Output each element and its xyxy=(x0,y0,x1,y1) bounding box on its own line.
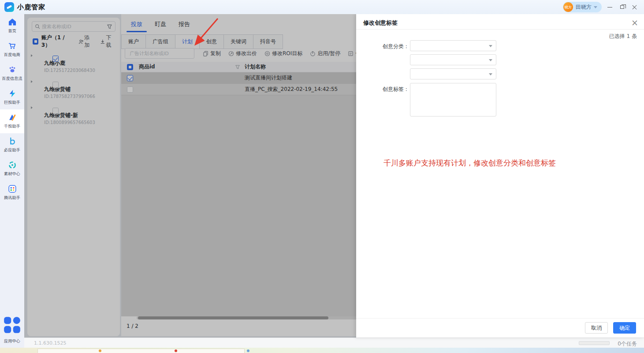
task-count: 0个任务 xyxy=(618,340,637,348)
drawer-close-button[interactable]: × xyxy=(629,17,640,28)
creative-category-select-2[interactable] xyxy=(410,54,496,65)
download-label: 下载 xyxy=(106,34,115,49)
account-search-input[interactable] xyxy=(42,24,107,30)
search-icon xyxy=(35,24,40,29)
row-checkbox[interactable] xyxy=(127,75,133,81)
mountain-arrow-icon xyxy=(7,113,17,122)
sidebar-item-tencent[interactable]: 腾讯助手 xyxy=(0,181,24,205)
creative-tag-textarea[interactable] xyxy=(410,83,496,116)
app-window: 小鹿管家 晓方 田晓方 首页 百度电商 百度信息流 巨投助手 xyxy=(0,0,644,353)
edit-roi-icon xyxy=(264,51,270,56)
select-all-rows-checkbox[interactable] xyxy=(127,64,133,70)
select-all-accounts-checkbox[interactable] xyxy=(33,38,38,45)
sidebar-item-baidu-ecommerce[interactable]: 百度电商 xyxy=(0,38,24,62)
column-plan-name: 计划名称 xyxy=(245,63,266,71)
app-logo-icon xyxy=(4,2,14,12)
tool-label: 启用/暂停 xyxy=(317,50,340,57)
cell-plan-name: 测试直播间计划搭建 xyxy=(245,74,292,82)
power-icon xyxy=(310,51,316,56)
edit-roi-button[interactable]: 修改ROI目标 xyxy=(264,50,302,57)
pinwheel-icon xyxy=(7,160,17,170)
close-button[interactable] xyxy=(628,0,640,14)
creative-category-select-3[interactable] xyxy=(410,68,496,79)
sidebar-item-qiantou[interactable]: 千投助手 xyxy=(0,109,24,133)
close-icon xyxy=(632,5,637,10)
expand-caret-icon[interactable] xyxy=(31,106,33,109)
account-checkbox[interactable] xyxy=(52,108,59,114)
tool-label: 复制 xyxy=(210,50,221,57)
sidebar-item-bing[interactable]: 必应助手 xyxy=(0,133,24,157)
download-icon xyxy=(100,39,105,45)
sidebar-label: 必应助手 xyxy=(1,147,23,153)
sidebar-label: 巨投助手 xyxy=(1,100,23,105)
plan-search-input[interactable] xyxy=(130,51,194,56)
tab-baogao[interactable]: 报告 xyxy=(172,18,196,32)
sidebar-item-baidu-feed[interactable]: 百度信息流 xyxy=(0,62,24,86)
account-row[interactable]: 九维杂货铺 ID:1787582737997066 xyxy=(27,75,120,101)
subtab-adgroup[interactable]: 广告组 xyxy=(145,34,175,49)
restore-button[interactable] xyxy=(616,0,628,14)
status-bar: 1.1.630.1525 0个任务 xyxy=(24,338,644,348)
creative-category-select-1[interactable] xyxy=(410,40,496,51)
creative-tag-label: 创意标签： xyxy=(356,86,409,93)
taskbar-icon xyxy=(175,349,177,352)
subtab-douyin[interactable]: 抖音号 xyxy=(253,34,283,49)
restore-icon xyxy=(620,5,624,9)
minimize-icon xyxy=(607,7,612,8)
user-name: 田晓方 xyxy=(576,4,592,11)
chevron-down-icon xyxy=(489,59,492,61)
tab-toufang[interactable]: 投放 xyxy=(125,18,149,32)
filter-icon[interactable] xyxy=(107,24,112,30)
expand-caret-icon[interactable] xyxy=(31,80,33,83)
chevron-down-icon xyxy=(489,73,492,75)
account-row[interactable]: 九维小鹿 ID:1725172203068430 xyxy=(27,49,120,75)
tab-dingpan[interactable]: 盯盘 xyxy=(149,18,172,32)
add-account-button[interactable]: 添加 xyxy=(78,34,94,49)
filter-icon[interactable] xyxy=(235,64,240,70)
edit-creative-tag-drawer: 修改创意标签 × 已选择 1 条 创意分类： 创意标签： 千川多账户支持现有计划… xyxy=(356,14,644,338)
background-window-edge xyxy=(37,349,245,353)
edit-bid-icon xyxy=(228,51,234,56)
column-product-id: 商品id xyxy=(139,63,155,71)
cancel-button[interactable]: 取消 xyxy=(585,322,608,334)
left-sidebar: 首页 百度电商 百度信息流 巨投助手 千投助手 必应助手 素材中心 腾讯助手 xyxy=(0,14,24,348)
download-accounts-button[interactable]: 下载 xyxy=(100,34,115,49)
user-menu[interactable]: 晓方 田晓方 xyxy=(563,2,602,12)
subtab-plan[interactable]: 计划 xyxy=(175,34,200,49)
cell-plan-name: 直播_PC_搜索_2022-02-19_14:42:55 xyxy=(245,86,338,93)
pagination: 1 / 2 xyxy=(127,323,138,329)
tool-label: 修改出价 xyxy=(236,50,257,57)
sidebar-item-jutou[interactable]: 巨投助手 xyxy=(0,86,24,109)
account-checkbox[interactable] xyxy=(52,82,59,88)
copy-button[interactable]: 复制 xyxy=(203,50,221,57)
sidebar-item-home[interactable]: 首页 xyxy=(0,14,24,38)
expand-caret-icon[interactable] xyxy=(31,54,33,57)
person-add-icon xyxy=(78,39,84,45)
avatar: 晓方 xyxy=(563,2,573,12)
sidebar-item-material-center[interactable]: 素材中心 xyxy=(0,157,24,181)
bolt-icon xyxy=(7,89,17,98)
subtab-keyword[interactable]: 关键词 xyxy=(223,34,253,49)
app-grid-icon xyxy=(0,313,24,337)
account-checkbox[interactable] xyxy=(52,56,59,62)
divider xyxy=(356,318,644,319)
enable-pause-button[interactable]: 启用/暂停 xyxy=(310,50,340,57)
edit-bid-button[interactable]: 修改出价 xyxy=(228,50,257,57)
copy-icon xyxy=(203,51,208,56)
subtab-account[interactable]: 账户 xyxy=(121,34,146,49)
sidebar-item-app-center[interactable]: 应用中心 xyxy=(0,313,24,344)
account-search xyxy=(32,21,115,32)
account-panel: 账户（1 / 3） 添加 下载 九维小鹿 ID:1725172203068430… xyxy=(27,18,120,336)
confirm-button[interactable]: 确定 xyxy=(613,322,636,334)
cart-icon xyxy=(7,41,17,51)
account-id: ID:1725172203068430 xyxy=(44,68,116,73)
subtab-creative[interactable]: 创意 xyxy=(199,34,224,49)
drawer-note: 千川多账户支持现有计划，修改创意分类和创意标签 xyxy=(383,158,556,168)
taskbar-icon xyxy=(247,349,249,352)
scrollbar-thumb[interactable] xyxy=(138,316,328,319)
row-checkbox[interactable] xyxy=(127,86,133,93)
titlebar: 小鹿管家 晓方 田晓方 xyxy=(0,0,644,14)
account-list: 九维小鹿 ID:1725172203068430 九维杂货铺 ID:178758… xyxy=(27,49,120,128)
minimize-button[interactable] xyxy=(603,0,616,14)
account-row[interactable]: 九维杂货铺-新 ID:1800899657665603 xyxy=(27,101,120,128)
